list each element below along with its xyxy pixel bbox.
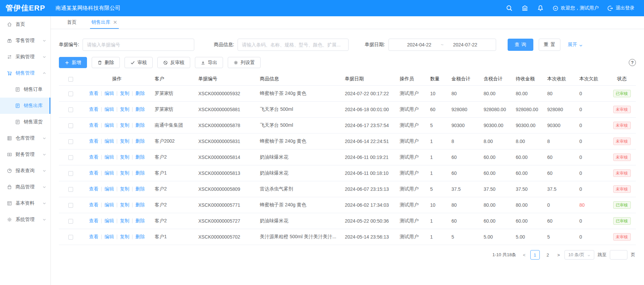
sidebar-item-basic-data[interactable]: 基本资料 [0, 195, 50, 211]
row-action-3[interactable]: 删除 [135, 138, 145, 144]
row-action-3[interactable]: 删除 [135, 218, 145, 223]
row-action-2[interactable]: 复制 [120, 186, 129, 191]
row-action-0[interactable]: 查看 [89, 154, 98, 160]
row-action-2[interactable]: 复制 [120, 202, 129, 207]
sidebar-item-reports[interactable]: 报表查询 [0, 163, 50, 179]
add-button[interactable]: 新增 [59, 57, 87, 68]
sidebar-item-sales-order[interactable]: 销售订单 [0, 81, 50, 98]
row-action-2[interactable]: 复制 [120, 90, 129, 96]
row-action-3[interactable]: 删除 [135, 202, 145, 207]
page-number-1[interactable]: 1 [530, 250, 540, 260]
select-all-checkbox[interactable] [68, 77, 73, 82]
bell-icon[interactable] [537, 5, 544, 12]
app-logo[interactable]: 管伊佳ERP [0, 3, 51, 13]
row-checkbox[interactable] [68, 91, 73, 96]
sidebar-item-retail[interactable]: 零售管理 [0, 33, 50, 49]
row-checkbox[interactable] [68, 155, 73, 160]
welcome-user[interactable]: 欢迎您，测试用户 [553, 5, 599, 11]
delete-button[interactable]: 删除 [92, 57, 120, 68]
cell-select [59, 170, 83, 176]
row-checkbox[interactable] [68, 139, 73, 144]
row-action-3[interactable]: 删除 [135, 154, 145, 160]
status-badge: 已审核 [613, 90, 631, 97]
doc-no-input[interactable] [83, 39, 194, 51]
row-action-3[interactable]: 删除 [135, 170, 145, 176]
row-checkbox[interactable] [68, 123, 73, 128]
product-info-input[interactable] [238, 39, 349, 51]
row-action-3[interactable]: 删除 [135, 122, 145, 128]
sidebar-item-purchase[interactable]: 采购管理 [0, 49, 50, 65]
tab-sales-outbound[interactable]: 销售出库✕ [90, 16, 119, 29]
row-checkbox[interactable] [68, 171, 73, 176]
unaudit-button[interactable]: 反审核 [157, 57, 190, 68]
row-action-0[interactable]: 查看 [89, 90, 98, 96]
sidebar-item-system[interactable]: 系统管理 [0, 211, 50, 228]
reset-button[interactable]: 重置 [539, 39, 560, 51]
table-row: 查看|编辑|复制|删除客户2XSCK00000005809雷达杀虫气雾剂2024… [59, 181, 636, 197]
sidebar-item-sales-return[interactable]: 销售退货 [0, 114, 50, 130]
row-action-3[interactable]: 删除 [135, 186, 145, 191]
export-button[interactable]: 导出 [195, 57, 223, 68]
row-action-1[interactable]: 编辑 [105, 186, 114, 191]
close-icon[interactable]: ✕ [113, 19, 117, 25]
cell-amount: 80 [448, 91, 480, 96]
search-button[interactable]: 查询 [508, 39, 533, 51]
row-action-0[interactable]: 查看 [89, 106, 98, 112]
next-page-icon[interactable]: > [556, 252, 561, 258]
sidebar-item-products[interactable]: 商品管理 [0, 179, 50, 195]
column-settings-button[interactable]: 列设置 [228, 57, 261, 68]
row-action-2[interactable]: 复制 [120, 138, 129, 144]
row-action-2[interactable]: 复制 [120, 218, 129, 223]
search-icon[interactable] [506, 5, 513, 12]
tab-home[interactable]: 首页 [66, 16, 78, 29]
row-action-0[interactable]: 查看 [89, 186, 98, 191]
row-checkbox[interactable] [68, 235, 73, 240]
sidebar-item-home[interactable]: 首页 [0, 16, 50, 33]
sidebar-item-warehouse[interactable]: 仓库管理 [0, 130, 50, 146]
row-action-2[interactable]: 复制 [120, 122, 129, 128]
row-action-2[interactable]: 复制 [120, 106, 129, 112]
row-action-1[interactable]: 编辑 [105, 90, 114, 96]
row-checkbox[interactable] [68, 187, 73, 192]
bank-icon[interactable] [521, 5, 528, 12]
row-action-0[interactable]: 查看 [89, 218, 98, 223]
tab-label: 首页 [67, 19, 76, 25]
row-action-3[interactable]: 删除 [135, 234, 145, 239]
sidebar-item-finance[interactable]: 财务管理 [0, 146, 50, 163]
row-action-1[interactable]: 编辑 [105, 138, 114, 144]
sidebar-item-label: 商品管理 [16, 184, 35, 190]
expand-link[interactable]: 展开 [568, 42, 583, 48]
row-action-1[interactable]: 编辑 [105, 122, 114, 128]
row-action-0[interactable]: 查看 [89, 138, 98, 144]
row-action-1[interactable]: 编辑 [105, 154, 114, 160]
date-end-value[interactable]: 2024-07-22 [453, 42, 478, 47]
date-range-picker[interactable]: 2024-04-22 ~ 2024-07-22 [388, 39, 496, 51]
row-action-1[interactable]: 编辑 [105, 106, 114, 112]
logout-button[interactable]: 退出登录 [607, 5, 635, 11]
audit-button[interactable]: 审核 [125, 57, 153, 68]
row-checkbox[interactable] [68, 219, 73, 224]
row-action-0[interactable]: 查看 [89, 202, 98, 207]
sidebar-item-sales-outbound[interactable]: 销售出库 [0, 98, 50, 114]
row-action-1[interactable]: 编辑 [105, 234, 114, 239]
page-number-2[interactable]: 2 [543, 250, 553, 260]
sidebar-item-sales[interactable]: 销售管理 [0, 65, 50, 81]
jump-page-input[interactable] [610, 250, 627, 260]
page-size-select[interactable]: 10 条/页 [564, 250, 594, 260]
prev-page-icon[interactable]: < [521, 252, 527, 258]
row-action-2[interactable]: 复制 [120, 234, 129, 239]
row-action-2[interactable]: 复制 [120, 170, 129, 176]
row-action-3[interactable]: 删除 [135, 106, 145, 112]
row-checkbox[interactable] [68, 203, 73, 208]
row-action-0[interactable]: 查看 [89, 122, 98, 128]
row-action-1[interactable]: 编辑 [105, 218, 114, 223]
row-action-2[interactable]: 复制 [120, 154, 129, 160]
row-checkbox[interactable] [68, 107, 73, 112]
row-action-0[interactable]: 查看 [89, 234, 98, 239]
row-action-3[interactable]: 删除 [135, 90, 145, 96]
row-action-1[interactable]: 编辑 [105, 170, 114, 176]
date-start-value[interactable]: 2024-04-22 [407, 42, 431, 47]
help-icon[interactable]: ? [629, 59, 636, 66]
row-action-0[interactable]: 查看 [89, 170, 98, 176]
row-action-1[interactable]: 编辑 [105, 202, 114, 207]
